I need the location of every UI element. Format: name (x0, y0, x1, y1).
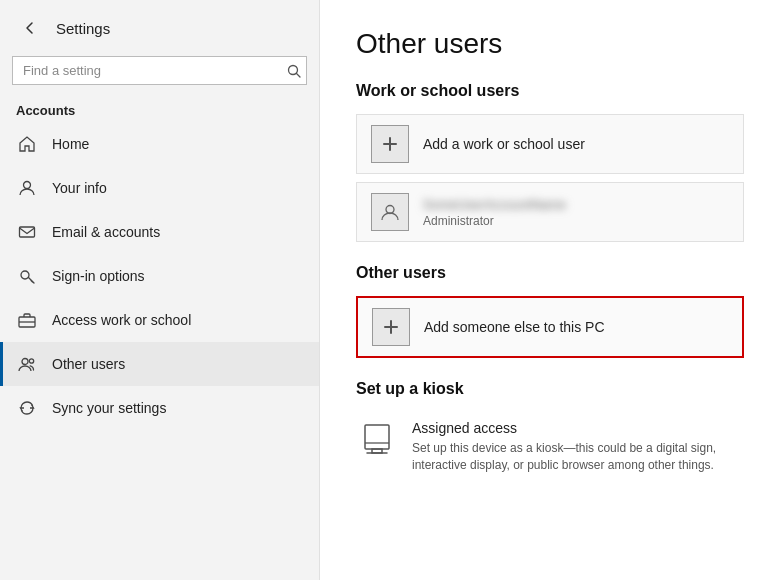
sidebar-item-sync[interactable]: Sync your settings (0, 386, 319, 430)
svg-point-2 (24, 182, 31, 189)
sidebar-item-sync-label: Sync your settings (52, 400, 166, 416)
sidebar-item-email-label: Email & accounts (52, 224, 160, 240)
existing-user-name: SomeUserAccountName (423, 197, 566, 212)
svg-point-8 (29, 359, 33, 363)
sidebar-item-other-users-label: Other users (52, 356, 125, 372)
svg-line-1 (297, 73, 301, 77)
sidebar-item-home-label: Home (52, 136, 89, 152)
kiosk-icon (356, 420, 398, 462)
briefcase-icon (16, 309, 38, 331)
existing-user-item[interactable]: SomeUserAccountName Administrator (356, 182, 744, 242)
work-school-section-title: Work or school users (356, 82, 744, 100)
sidebar-item-work-label: Access work or school (52, 312, 191, 328)
svg-point-4 (21, 271, 29, 279)
page-title: Other users (356, 28, 744, 60)
sidebar-item-other-users[interactable]: Other users (0, 342, 319, 386)
people-icon (16, 353, 38, 375)
add-work-user-button[interactable]: Add a work or school user (356, 114, 744, 174)
svg-rect-3 (20, 227, 35, 237)
sidebar-header: Settings (0, 0, 319, 52)
sidebar-item-signin[interactable]: Sign-in options (0, 254, 319, 298)
add-someone-icon (372, 308, 410, 346)
key-icon (16, 265, 38, 287)
other-users-section-title: Other users (356, 264, 744, 282)
search-input[interactable] (12, 56, 307, 85)
add-someone-label: Add someone else to this PC (424, 319, 605, 335)
search-container (12, 56, 307, 85)
back-button[interactable] (16, 14, 44, 42)
main-content: Other users Work or school users Add a w… (320, 0, 780, 580)
kiosk-section: Set up a kiosk Assigned access Set up th… (356, 380, 744, 482)
svg-point-7 (22, 359, 28, 365)
search-icon[interactable] (287, 64, 301, 78)
kiosk-text: Assigned access Set up this device as a … (412, 420, 744, 474)
existing-user-role: Administrator (423, 214, 566, 228)
person-icon (16, 177, 38, 199)
add-work-user-text: Add a work or school user (423, 136, 585, 152)
existing-user-text: SomeUserAccountName Administrator (423, 197, 566, 228)
sidebar-item-signin-label: Sign-in options (52, 268, 145, 284)
svg-rect-14 (365, 425, 389, 449)
add-work-user-icon (371, 125, 409, 163)
section-label: Accounts (0, 95, 319, 122)
sync-icon (16, 397, 38, 419)
kiosk-item[interactable]: Assigned access Set up this device as a … (356, 412, 744, 482)
kiosk-section-title: Set up a kiosk (356, 380, 744, 398)
existing-user-icon (371, 193, 409, 231)
sidebar-item-home[interactable]: Home (0, 122, 319, 166)
add-someone-text: Add someone else to this PC (424, 319, 605, 335)
add-someone-button[interactable]: Add someone else to this PC (356, 296, 744, 358)
sidebar-item-work[interactable]: Access work or school (0, 298, 319, 342)
add-work-user-label: Add a work or school user (423, 136, 585, 152)
sidebar-nav: Home Your info Email & accounts (0, 122, 319, 430)
svg-point-11 (386, 206, 394, 214)
sidebar-item-email[interactable]: Email & accounts (0, 210, 319, 254)
app-title: Settings (56, 20, 110, 37)
kiosk-description: Set up this device as a kiosk—this could… (412, 440, 744, 474)
home-icon (16, 133, 38, 155)
kiosk-title: Assigned access (412, 420, 744, 436)
sidebar-item-your-info[interactable]: Your info (0, 166, 319, 210)
sidebar-item-your-info-label: Your info (52, 180, 107, 196)
sidebar: Settings Accounts Home (0, 0, 320, 580)
email-icon (16, 221, 38, 243)
